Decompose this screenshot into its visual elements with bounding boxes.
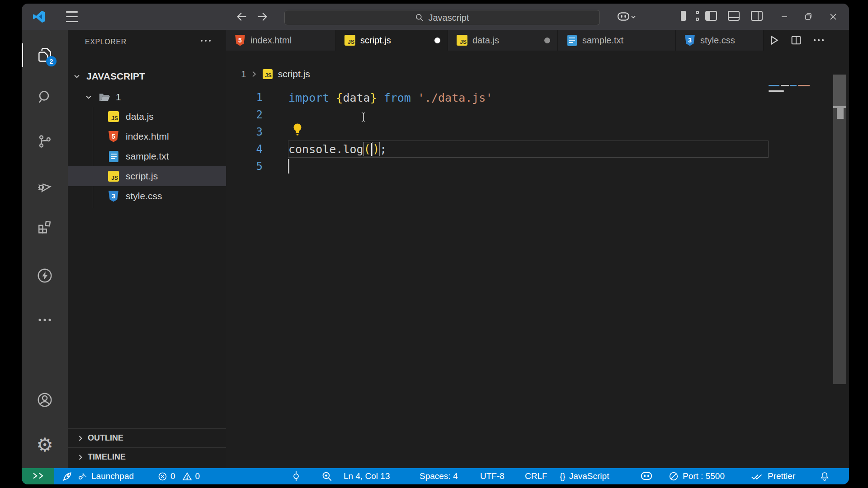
tab-script-js[interactable]: JS script.js	[336, 30, 448, 51]
plug-icon	[77, 471, 88, 482]
scrollbar[interactable]	[833, 75, 846, 384]
css-file-icon: 3	[108, 190, 119, 202]
account-icon[interactable]	[36, 391, 54, 409]
token-string: './data.js'	[418, 91, 493, 104]
forward-arrow-icon[interactable]	[254, 9, 270, 24]
menu-icon[interactable]	[64, 9, 80, 24]
explorer-view-icon[interactable]: 2	[36, 46, 54, 64]
chevron-right-icon	[77, 435, 84, 442]
prohibit-icon	[668, 471, 679, 482]
command-center-search[interactable]: Javascript	[284, 10, 600, 25]
indentation-status[interactable]: Spaces: 4	[420, 468, 458, 484]
explorer-badge: 2	[46, 56, 57, 66]
warnings-icon	[182, 471, 193, 482]
back-arrow-icon[interactable]	[234, 9, 250, 24]
run-debug-view-icon[interactable]	[36, 178, 54, 196]
css-file-icon: 3	[684, 34, 696, 46]
token-keyword: from	[384, 91, 411, 104]
breadcrumb-folder[interactable]: 1	[241, 69, 246, 80]
zoom-in-icon[interactable]	[321, 468, 333, 484]
chevron-down-icon	[85, 94, 92, 101]
editor-more-actions-icon[interactable]	[812, 30, 825, 51]
js-file-icon: JS	[108, 111, 119, 122]
rocket-icon	[61, 470, 73, 482]
editor-group[interactable]: 5 index.html JS script.js JS data.js sam…	[226, 30, 849, 468]
cursor-position-status[interactable]: Ln 4, Col 13	[344, 468, 390, 484]
token-paren-open: (	[363, 142, 371, 156]
live-server-icon[interactable]	[36, 267, 54, 285]
outline-section[interactable]: OUTLINE	[68, 428, 226, 447]
token-brace: }	[370, 91, 377, 104]
tree-root-javascript[interactable]: JAVASCRIPT	[68, 68, 226, 85]
tree-folder-1[interactable]: 1	[68, 88, 226, 107]
tab-data-js[interactable]: JS data.js	[448, 30, 558, 51]
token-paren-close: )	[372, 142, 380, 156]
token-brace: {	[336, 91, 343, 104]
breadcrumb-file[interactable]: script.js	[278, 69, 310, 80]
tab-sample-txt[interactable]: sample.txt	[558, 30, 676, 51]
notifications-bell-icon[interactable]	[819, 468, 830, 484]
minimize-button[interactable]	[776, 9, 793, 24]
problems-status-item[interactable]: 0 0	[157, 468, 200, 484]
chevron-right-icon	[251, 70, 257, 78]
explorer-header: EXPLORER	[68, 30, 226, 52]
activity-bar: 2	[22, 30, 68, 468]
port-status[interactable]: Port : 5500	[668, 468, 725, 484]
text-file-icon	[566, 34, 578, 46]
mouse-ibeam-cursor	[360, 112, 367, 122]
tree-file-index-html[interactable]: 5 index.html	[68, 127, 226, 146]
tab-index-html[interactable]: 5 index.html	[226, 30, 336, 51]
line-number: 2	[240, 106, 263, 123]
launchpad-status-item[interactable]: Launchpad	[61, 468, 134, 484]
more-views-icon[interactable]	[36, 311, 54, 329]
open-folder-icon	[99, 91, 110, 103]
lightbulb-icon[interactable]	[292, 123, 302, 136]
eol-status[interactable]: CRLF	[525, 468, 547, 484]
html-file-icon: 5	[234, 34, 246, 46]
language-mode-status[interactable]: {} JavaScript	[560, 468, 609, 484]
html-file-icon: 5	[108, 131, 119, 142]
chevron-right-icon	[77, 454, 84, 461]
unsaved-dot-icon[interactable]	[434, 38, 440, 43]
tab-style-css[interactable]: 3 style.css	[676, 30, 764, 51]
prettier-status[interactable]: Prettier	[750, 468, 795, 484]
text-file-icon	[108, 150, 119, 162]
tree-file-script-js[interactable]: JS script.js	[68, 166, 226, 186]
token-keyword: import	[288, 91, 329, 104]
tree-file-style-css[interactable]: 3 style.css	[68, 186, 226, 206]
encoding-status[interactable]: UTF-8	[480, 468, 505, 484]
token-method: log	[343, 143, 363, 156]
search-text: Javascript	[428, 13, 469, 23]
source-control-view-icon[interactable]	[36, 132, 54, 150]
explorer-more-actions-icon[interactable]	[201, 40, 211, 42]
errors-icon	[157, 471, 168, 482]
tree-file-data-js[interactable]: JS data.js	[68, 107, 226, 127]
close-button[interactable]	[825, 9, 841, 24]
vscode-window: Javascript	[22, 4, 849, 484]
tab-bar: 5 index.html JS script.js JS data.js sam…	[226, 30, 849, 51]
toggle-secondary-sidebar-icon[interactable]	[751, 11, 763, 21]
split-editor-icon[interactable]	[790, 30, 802, 51]
extensions-view-icon[interactable]	[36, 217, 54, 235]
settings-gear-icon[interactable]: ⚙	[36, 436, 54, 454]
js-file-icon: JS	[108, 170, 119, 182]
js-file-icon: JS	[344, 34, 356, 46]
timeline-section[interactable]: TIMELINE	[68, 447, 226, 466]
copilot-status-icon[interactable]	[640, 468, 653, 484]
toggle-panel-icon[interactable]	[728, 11, 740, 21]
restore-button[interactable]	[800, 9, 816, 24]
search-view-icon[interactable]	[36, 88, 54, 106]
token-dot: .	[336, 143, 343, 156]
tree-file-sample-txt[interactable]: sample.txt	[68, 146, 226, 166]
scrollbar-thumb[interactable]	[833, 75, 846, 107]
unsaved-dot-icon[interactable]	[544, 38, 550, 43]
copilot-button[interactable]	[613, 9, 640, 24]
remote-indicator[interactable]	[22, 468, 54, 484]
customize-layout-icon[interactable]	[681, 11, 694, 21]
search-icon	[415, 13, 424, 22]
screencast-icon[interactable]	[291, 468, 302, 484]
run-file-button[interactable]	[767, 30, 780, 51]
js-file-icon: JS	[456, 34, 468, 46]
token-binding: data	[343, 91, 370, 104]
toggle-primary-sidebar-icon[interactable]	[705, 11, 717, 21]
